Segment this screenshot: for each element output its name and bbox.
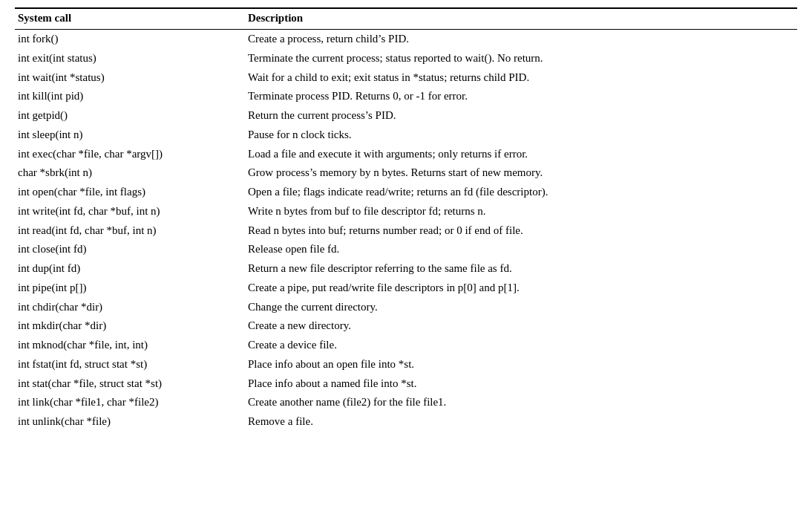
syscall-cell: int fstat(int fd, struct stat *st) — [15, 355, 245, 374]
table-row: int unlink(char *file)Remove a file. — [15, 412, 797, 433]
syscall-cell: int exec(char *file, char *argv[]) — [15, 145, 245, 164]
syscall-cell: char *sbrk(int n) — [15, 163, 245, 183]
description-cell: Pause for n clock ticks. — [245, 126, 797, 145]
description-cell: Write n bytes from buf to file descripto… — [245, 202, 797, 221]
syscall-cell: int read(int fd, char *buf, int n) — [15, 221, 245, 241]
syscall-cell: int mknod(char *file, int, int) — [15, 336, 245, 355]
syscall-table-container: System call Description int fork()Create… — [15, 7, 797, 433]
description-cell: Return a new file descriptor referring t… — [245, 259, 797, 279]
table-row: int sleep(int n)Pause for n clock ticks. — [15, 126, 797, 145]
syscall-cell: int pipe(int p[]) — [15, 279, 245, 298]
syscall-cell: int exit(int status) — [15, 49, 245, 68]
description-cell: Wait for a child to exit; exit status in… — [245, 68, 797, 88]
description-cell: Terminate process PID. Returns 0, or -1 … — [245, 87, 797, 106]
table-row: int chdir(char *dir)Change the current d… — [15, 298, 797, 317]
table-row: char *sbrk(int n)Grow process’s memory b… — [15, 163, 797, 183]
table-row: int close(int fd)Release open file fd. — [15, 240, 797, 259]
description-cell: Load a file and execute it with argument… — [245, 145, 797, 164]
syscall-cell: int stat(char *file, struct stat *st) — [15, 374, 245, 394]
header-syscall: System call — [15, 8, 245, 30]
table-row: int exec(char *file, char *argv[])Load a… — [15, 145, 797, 164]
syscall-cell: int write(int fd, char *buf, int n) — [15, 202, 245, 221]
description-cell: Grow process’s memory by n bytes. Return… — [245, 163, 797, 183]
table-row: int dup(int fd)Return a new file descrip… — [15, 259, 797, 279]
syscall-cell: int getpid() — [15, 106, 245, 126]
table-row: int mkdir(char *dir)Create a new directo… — [15, 316, 797, 336]
description-cell: Create a process, return child’s PID. — [245, 30, 797, 49]
description-cell: Terminate the current process; status re… — [245, 49, 797, 68]
syscall-cell: int close(int fd) — [15, 240, 245, 259]
description-cell: Place info about an open file into *st. — [245, 355, 797, 374]
description-cell: Open a file; flags indicate read/write; … — [245, 183, 797, 202]
syscall-cell: int dup(int fd) — [15, 259, 245, 279]
syscall-cell: int unlink(char *file) — [15, 412, 245, 433]
description-cell: Create another name (file2) for the file… — [245, 393, 797, 412]
syscall-table: System call Description int fork()Create… — [15, 7, 797, 433]
description-cell: Create a pipe, put read/write file descr… — [245, 279, 797, 298]
syscall-cell: int sleep(int n) — [15, 126, 245, 145]
syscall-cell: int link(char *file1, char *file2) — [15, 393, 245, 412]
syscall-cell: int mkdir(char *dir) — [15, 316, 245, 336]
syscall-cell: int kill(int pid) — [15, 87, 245, 106]
table-row: int stat(char *file, struct stat *st)Pla… — [15, 374, 797, 394]
syscall-cell: int fork() — [15, 30, 245, 49]
table-row: int pipe(int p[])Create a pipe, put read… — [15, 279, 797, 298]
description-cell: Change the current directory. — [245, 298, 797, 317]
table-row: int fstat(int fd, struct stat *st)Place … — [15, 355, 797, 374]
description-cell: Create a device file. — [245, 336, 797, 355]
table-row: int link(char *file1, char *file2)Create… — [15, 393, 797, 412]
syscall-cell: int chdir(char *dir) — [15, 298, 245, 317]
description-cell: Return the current process’s PID. — [245, 106, 797, 126]
description-cell: Read n bytes into buf; returns number re… — [245, 221, 797, 241]
syscall-cell: int open(char *file, int flags) — [15, 183, 245, 202]
description-cell: Create a new directory. — [245, 316, 797, 336]
table-row: int fork()Create a process, return child… — [15, 30, 797, 49]
table-row: int write(int fd, char *buf, int n)Write… — [15, 202, 797, 221]
table-row: int exit(int status)Terminate the curren… — [15, 49, 797, 68]
table-row: int wait(int *status)Wait for a child to… — [15, 68, 797, 88]
syscall-cell: int wait(int *status) — [15, 68, 245, 88]
table-row: int getpid()Return the current process’s… — [15, 106, 797, 126]
description-cell: Remove a file. — [245, 412, 797, 433]
table-row: int kill(int pid)Terminate process PID. … — [15, 87, 797, 106]
table-row: int read(int fd, char *buf, int n)Read n… — [15, 221, 797, 241]
description-cell: Place info about a named file into *st. — [245, 374, 797, 394]
description-cell: Release open file fd. — [245, 240, 797, 259]
table-row: int open(char *file, int flags)Open a fi… — [15, 183, 797, 202]
header-description: Description — [245, 8, 797, 30]
table-row: int mknod(char *file, int, int)Create a … — [15, 336, 797, 355]
